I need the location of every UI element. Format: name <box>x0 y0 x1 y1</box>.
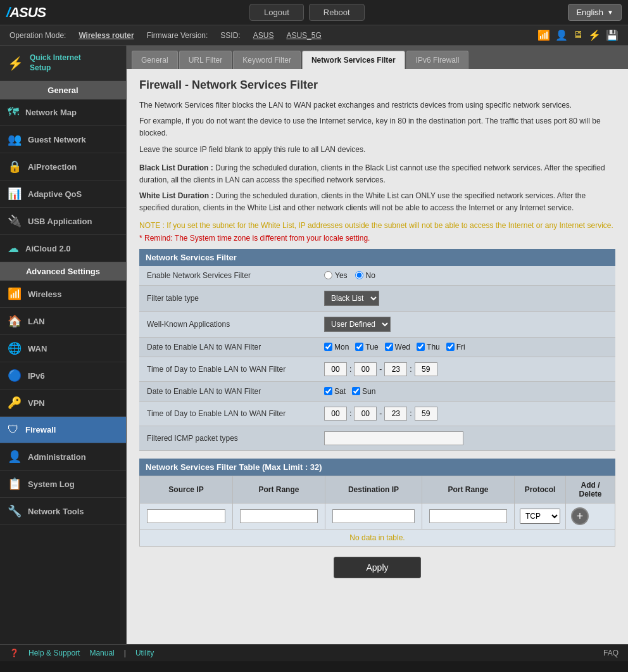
ipv6-icon: 🔵 <box>8 369 22 383</box>
tab-keyword-filter[interactable]: Keyword Filter <box>233 51 301 69</box>
checkbox-mon[interactable] <box>324 343 332 351</box>
checkbox-wed[interactable] <box>385 343 393 351</box>
sidebar-item-aicloud[interactable]: ☁ AiCloud 2.0 <box>0 235 126 262</box>
sidebar-label-usb-application: USB Application <box>28 217 92 226</box>
checkbox-tue[interactable] <box>355 343 363 351</box>
whitelist-label: White List Duration : <box>139 191 213 200</box>
description-block: The Network Services filter blocks the L… <box>139 99 615 156</box>
time-weekday-end-h[interactable] <box>384 362 407 376</box>
filter-settings-table: Enable Network Services Filter Yes No <box>139 266 615 451</box>
checkbox-sat[interactable] <box>324 387 332 395</box>
language-selector[interactable]: English <box>568 4 622 21</box>
checkbox-thu-label[interactable]: Thu <box>417 343 440 352</box>
sidebar-item-guest-network[interactable]: 👥 Guest Network <box>0 126 126 153</box>
firmware-label: Firmware Version: <box>147 31 208 40</box>
date-weekend-label: Date to Enable LAN to WAN Filter <box>139 381 317 401</box>
sidebar-item-aiprotection[interactable]: 🔒 AiProtection <box>0 153 126 181</box>
sidebar-label-ipv6: IPv6 <box>28 371 45 381</box>
help-support-link[interactable]: Help & Support <box>28 649 80 657</box>
filter-row-date-weekday: Date to Enable LAN to WAN Filter Mon Tue… <box>139 337 615 357</box>
sidebar-label-aicloud: AiCloud 2.0 <box>25 244 71 253</box>
filter-row-wellknown: Well-Known Applications User Defined HTT… <box>139 311 615 337</box>
checkbox-wed-label[interactable]: Wed <box>385 343 410 352</box>
checkbox-mon-label[interactable]: Mon <box>324 343 349 352</box>
desc3: Leave the source IP field blank to apply… <box>139 144 615 156</box>
network-tools-icon: 🔧 <box>8 504 22 518</box>
add-rule-button[interactable]: + <box>571 507 589 525</box>
firewall-icon: 🛡 <box>8 423 19 436</box>
time-weekday-start-m[interactable] <box>354 362 377 376</box>
aiprotection-icon: 🔒 <box>8 160 22 174</box>
sidebar-label-adaptive-qos: Adaptive QoS <box>28 189 82 199</box>
radio-no-text: No <box>366 271 375 280</box>
sidebar-item-administration[interactable]: 👤 Administration <box>0 443 126 471</box>
sidebar-item-system-log[interactable]: 📋 System Log <box>0 471 126 498</box>
time-weekend-label: Time of Day to Enable LAN to WAN Filter <box>139 401 317 426</box>
time-weekday-group: : - : <box>324 362 608 376</box>
time-weekday-start-h[interactable] <box>324 362 347 376</box>
checkbox-sat-label[interactable]: Sat <box>324 387 346 396</box>
filter-row-type: Filter table type Black List White List <box>139 285 615 311</box>
sidebar-label-network-tools: Network Tools <box>28 507 84 516</box>
sidebar-item-network-tools[interactable]: 🔧 Network Tools <box>0 498 126 525</box>
sidebar-item-lan[interactable]: 🏠 LAN <box>0 308 126 335</box>
tab-network-services-filter[interactable]: Network Services Filter <box>302 51 405 69</box>
ssid-value1: ASUS <box>253 31 274 40</box>
weekday-checkbox-group: Mon Tue Wed Thu Fri <box>324 343 608 352</box>
reboot-button[interactable]: Reboot <box>309 4 365 21</box>
radio-yes-label[interactable]: Yes <box>324 271 348 280</box>
utility-link[interactable]: Utility <box>135 649 154 657</box>
logout-button[interactable]: Logout <box>249 4 304 21</box>
time-weekend-end-h[interactable] <box>384 407 407 421</box>
radio-no[interactable] <box>355 271 363 279</box>
faq-label: FAQ <box>603 649 619 657</box>
wireless-icon: 📶 <box>8 287 22 301</box>
time-weekday-end-m[interactable] <box>415 362 437 376</box>
filter-row-icmp: Filtered ICMP packet types <box>139 426 615 450</box>
time-weekday-label: Time of Day to Enable LAN to WAN Filter <box>139 357 317 381</box>
sidebar-item-adaptive-qos[interactable]: 📊 Adaptive QoS <box>0 181 126 208</box>
note-text: NOTE : If you set the subnet for the Whi… <box>139 221 615 230</box>
administration-icon: 👤 <box>8 450 22 464</box>
filter-section: Network Services Filter Enable Network S… <box>139 249 615 451</box>
tab-ipv6-firewall[interactable]: IPv6 Firewall <box>406 51 469 69</box>
filter-type-label: Filter table type <box>139 285 317 311</box>
wellknown-select[interactable]: User Defined HTTP FTP HTTPS <box>324 317 391 332</box>
tab-url-filter[interactable]: URL Filter <box>179 51 232 69</box>
checkbox-sun[interactable] <box>352 387 360 395</box>
filter-type-select[interactable]: Black List White List <box>324 291 379 306</box>
icmp-input[interactable] <box>324 431 463 445</box>
port-range-1-input[interactable] <box>240 509 317 523</box>
checkbox-sun-label[interactable]: Sun <box>352 387 375 396</box>
sidebar-item-wireless[interactable]: 📶 Wireless <box>0 281 126 308</box>
sidebar-item-firewall[interactable]: 🛡 Firewall <box>0 417 126 443</box>
time-weekend-start-h[interactable] <box>324 407 347 421</box>
col-source-ip: Source IP <box>140 476 233 503</box>
time-weekend-end-m[interactable] <box>415 407 437 421</box>
source-ip-input[interactable] <box>147 509 225 523</box>
quick-setup-item[interactable]: ⚡ Quick InternetSetup <box>0 46 126 81</box>
empty-data-row: No data in table. <box>140 529 615 546</box>
radio-yes[interactable] <box>324 271 332 279</box>
protocol-select[interactable]: TCP UDP BOTH <box>520 509 560 524</box>
storage-icon: 💾 <box>606 29 619 41</box>
checkbox-thu[interactable] <box>417 343 425 351</box>
dest-ip-input[interactable] <box>332 509 414 523</box>
sidebar-item-network-map[interactable]: 🗺 Network Map <box>0 99 126 126</box>
checkbox-fri-label[interactable]: Fri <box>446 343 465 352</box>
icmp-label: Filtered ICMP packet types <box>139 426 317 450</box>
tab-general[interactable]: General <box>132 51 178 69</box>
sidebar-item-usb-application[interactable]: 🔌 USB Application <box>0 208 126 235</box>
apply-button[interactable]: Apply <box>334 557 420 578</box>
time-weekend-start-m[interactable] <box>354 407 377 421</box>
bottom-bar: ❓ Help & Support Manual | Utility FAQ <box>0 644 628 661</box>
sidebar-item-wan[interactable]: 🌐 WAN <box>0 335 126 362</box>
checkbox-fri[interactable] <box>446 343 455 351</box>
sidebar-item-vpn[interactable]: 🔑 VPN <box>0 390 126 417</box>
port-range-2-input[interactable] <box>429 509 506 523</box>
col-port-range-2: Port Range <box>422 476 515 503</box>
radio-no-label[interactable]: No <box>355 271 375 280</box>
checkbox-tue-label[interactable]: Tue <box>355 343 378 352</box>
sidebar-item-ipv6[interactable]: 🔵 IPv6 <box>0 362 126 390</box>
manual-link[interactable]: Manual <box>89 649 114 657</box>
